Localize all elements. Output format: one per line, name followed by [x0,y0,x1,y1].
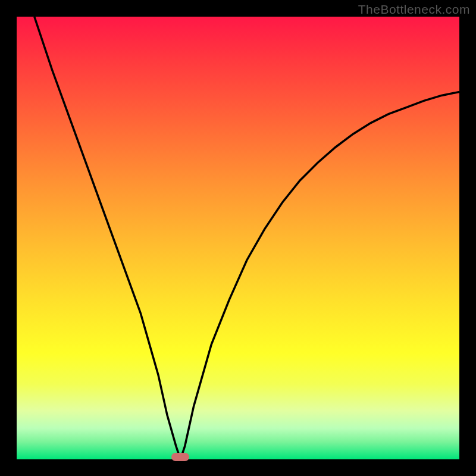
curve-minimum-marker [171,453,189,461]
curve-path [35,17,459,459]
bottleneck-curve [17,17,459,459]
chart-outer: TheBottleneck.com [0,0,476,476]
chart-plot-area [17,17,459,459]
watermark-text: TheBottleneck.com [358,2,470,17]
